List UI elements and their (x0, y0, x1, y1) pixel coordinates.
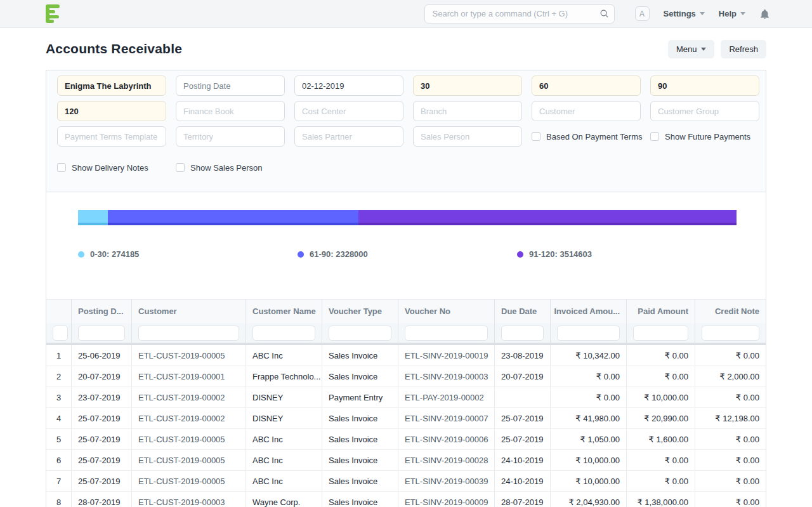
column-filter-cell-invoiced-amount (551, 323, 627, 343)
column-header-paid-amount[interactable]: Paid Amount (627, 300, 695, 323)
column-filter-input-paid-amount[interactable] (633, 326, 688, 341)
filter-show-sales-person[interactable]: Show Sales Person (176, 157, 285, 178)
filter-range-2[interactable] (532, 76, 641, 96)
cell-customer[interactable]: ETL-CUST-2019-00003 (132, 492, 246, 507)
notifications-bell-icon[interactable] (759, 8, 770, 20)
cell-customer[interactable]: ETL-CUST-2019-00005 (132, 345, 246, 365)
column-filter-input-credit-note[interactable] (702, 326, 759, 341)
page-head: Accounts Receivable Menu Refresh (0, 28, 812, 70)
column-header-row-index[interactable] (46, 300, 72, 323)
column-header-invoiced-amount[interactable]: Invoiced Amou... (551, 300, 627, 323)
cell-voucher-type: Sales Invoice (322, 492, 398, 507)
checkbox-label: Show Future Payments (665, 132, 750, 142)
filter-range-4[interactable] (57, 101, 166, 121)
column-filter-cell-due-date (495, 323, 551, 343)
cell-voucher-no[interactable]: ETL-SINV-2019-00028 (398, 450, 495, 470)
filter-range-1[interactable] (413, 76, 522, 96)
column-filter-input-voucher-type[interactable] (329, 326, 391, 341)
cell-voucher-no[interactable]: ETL-SINV-2019-00019 (398, 345, 495, 365)
cell-customer[interactable]: ETL-CUST-2019-00005 (132, 429, 246, 449)
cell-voucher-no[interactable]: ETL-SINV-2019-00007 (398, 408, 495, 428)
cell-voucher-no[interactable]: ETL-SINV-2019-00009 (398, 492, 495, 507)
checkbox-icon (650, 132, 659, 141)
table-row: 323-07-2019ETL-CUST-2019-00002DISNEYPaym… (46, 387, 766, 408)
column-filter-input-voucher-no[interactable] (405, 326, 488, 341)
legend-dot (78, 251, 84, 258)
global-search-input[interactable] (424, 4, 615, 23)
checkbox-label: Based On Payment Terms (546, 132, 643, 142)
settings-menu[interactable]: Settings (664, 9, 705, 18)
filter-company[interactable] (57, 76, 166, 96)
cell-customer-name: ABC Inc (246, 345, 322, 365)
column-header-credit-note[interactable]: Credit Note (695, 300, 766, 323)
bar-segment-91-120 (358, 210, 737, 225)
filter-customer[interactable] (532, 101, 641, 121)
column-filter-input-invoiced-amount[interactable] (557, 326, 620, 341)
column-filter-input-posting-date[interactable] (78, 326, 125, 341)
column-header-voucher-no[interactable]: Voucher No (398, 300, 495, 323)
column-header-posting-date[interactable]: Posting D... (72, 300, 132, 323)
filter-finance-book[interactable] (176, 101, 285, 121)
column-header-customer-name[interactable]: Customer Name (246, 300, 322, 323)
cell-voucher-no[interactable]: ETL-SINV-2019-00003 (398, 366, 495, 386)
legend-label: 0-30: 274185 (90, 249, 139, 259)
filter-branch[interactable] (413, 101, 522, 121)
cell-customer[interactable]: ETL-CUST-2019-00005 (132, 471, 246, 491)
filter-sales-person[interactable] (413, 126, 522, 147)
cell-paid-amount: ₹ 0.00 (627, 450, 695, 470)
cell-customer[interactable]: ETL-CUST-2019-00001 (132, 366, 246, 386)
cell-due-date: 25-07-2019 (495, 429, 551, 449)
column-filter-input-due-date[interactable] (501, 326, 544, 341)
menu-button[interactable]: Menu (668, 40, 715, 58)
cell-due-date: 24-10-2019 (495, 471, 551, 491)
search-icon[interactable] (599, 9, 609, 18)
column-header-customer[interactable]: Customer (132, 300, 246, 323)
legend-label: 91-120: 3514603 (529, 249, 592, 259)
help-menu[interactable]: Help (719, 9, 745, 18)
app-logo[interactable] (46, 4, 62, 23)
refresh-button-label: Refresh (729, 44, 758, 54)
table-header-row: Posting D...CustomerCustomer NameVoucher… (46, 300, 766, 323)
cell-credit-note: ₹ 0.00 (695, 492, 766, 507)
checkbox-icon (532, 132, 540, 141)
cell-paid-amount: ₹ 1,38,000.00 (627, 492, 695, 507)
row-index: 5 (46, 429, 72, 449)
filter-territory[interactable] (176, 126, 285, 147)
filter-sales-partner[interactable] (294, 126, 403, 147)
page-title: Accounts Receivable (46, 41, 182, 56)
refresh-button[interactable]: Refresh (721, 40, 766, 58)
row-index: 2 (46, 366, 72, 386)
column-filter-cell-credit-note (695, 323, 766, 343)
filter-payment-terms-template[interactable] (57, 126, 166, 147)
filter-cost-center[interactable] (294, 101, 403, 121)
cell-voucher-no[interactable]: ETL-SINV-2019-00006 (398, 429, 495, 449)
filter-report-date[interactable] (294, 76, 403, 96)
filter-show-future-payments[interactable]: Show Future Payments (650, 126, 759, 147)
column-filter-input-customer-name[interactable] (252, 326, 315, 341)
cell-customer[interactable]: ETL-CUST-2019-00005 (132, 450, 246, 470)
column-header-voucher-type[interactable]: Voucher Type (322, 300, 398, 323)
stacked-bar (78, 210, 737, 225)
user-avatar[interactable]: A (635, 6, 650, 21)
cell-customer-name: Wayne Corp. (246, 492, 322, 507)
column-filter-input-customer[interactable] (138, 326, 239, 341)
cell-invoiced-amount: ₹ 10,000.00 (551, 471, 627, 491)
column-filter-input-row-index[interactable] (53, 326, 68, 341)
filter-based-on-payment-terms[interactable]: Based On Payment Terms (532, 126, 641, 147)
cell-customer[interactable]: ETL-CUST-2019-00002 (132, 387, 246, 407)
table-row: 220-07-2019ETL-CUST-2019-00001Frappe Tec… (46, 366, 766, 387)
column-header-due-date[interactable]: Due Date (495, 300, 551, 323)
cell-voucher-no[interactable]: ETL-SINV-2019-00039 (398, 471, 495, 491)
cell-posting-date: 23-07-2019 (72, 387, 132, 407)
cell-invoiced-amount: ₹ 41,980.00 (551, 408, 627, 428)
filter-show-delivery-notes[interactable]: Show Delivery Notes (57, 157, 166, 178)
filter-range-3[interactable] (650, 76, 759, 96)
cell-customer[interactable]: ETL-CUST-2019-00002 (132, 408, 246, 428)
filter-customer-group[interactable] (650, 101, 759, 121)
cell-credit-note: ₹ 0.00 (695, 345, 766, 365)
column-filter-cell-posting-date (72, 323, 132, 343)
filter-ageing-based-on[interactable] (176, 76, 285, 96)
cell-voucher-no[interactable]: ETL-PAY-2019-00002 (398, 387, 495, 407)
table-row: 725-07-2019ETL-CUST-2019-00005ABC IncSal… (46, 471, 766, 492)
checkbox-icon (57, 163, 66, 172)
